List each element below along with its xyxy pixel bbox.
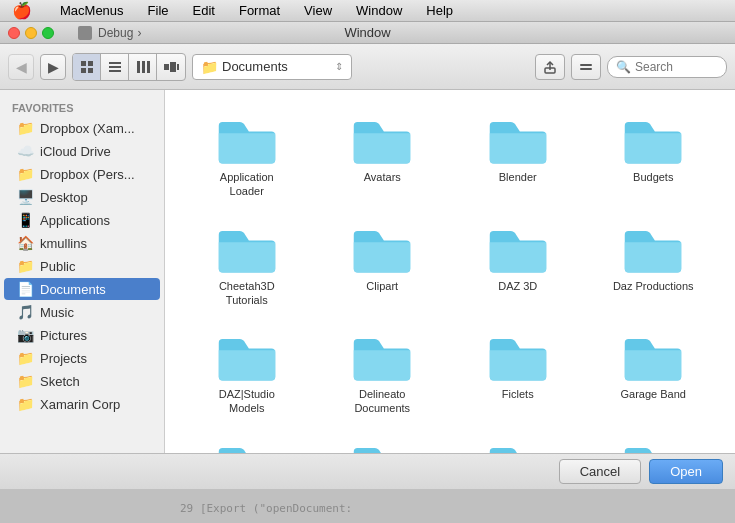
file-item-avatars[interactable]: Avatars [317,106,449,205]
search-box[interactable]: 🔍 [607,56,727,78]
file-item-14[interactable] [317,432,449,453]
sidebar-item-label: Public [40,259,75,274]
sidebar-item-dropbox-pers[interactable]: 📁 Dropbox (Pers... [4,163,160,185]
svg-rect-14 [545,68,555,73]
svg-rect-5 [109,66,121,68]
sidebar-item-dropbox-xam[interactable]: 📁 Dropbox (Xam... [4,117,160,139]
file-item-delineato[interactable]: Delineato Documents [317,323,449,422]
sidebar-item-documents[interactable]: 📄 Documents [4,278,160,300]
file-item-blender[interactable]: Blender [452,106,584,205]
folder-icon: 📁 [201,59,218,75]
open-button[interactable]: Open [649,459,723,484]
share-button[interactable] [535,54,565,80]
file-item-13[interactable] [181,432,313,453]
svg-rect-2 [81,68,86,73]
action-button[interactable] [571,54,601,80]
sidebar-item-label: Desktop [40,190,88,205]
sidebar-item-public[interactable]: 📁 Public [4,255,160,277]
debug-label: Debug [98,26,133,40]
svg-rect-3 [88,68,93,73]
list-view-button[interactable] [101,54,129,80]
path-arrows: ⇕ [335,61,343,72]
applications-icon: 📱 [16,212,34,228]
folder-icon: 📁 [16,166,34,182]
sidebar-item-xamarin[interactable]: 📁 Xamarin Corp [4,393,160,415]
file-item-daz3d[interactable]: DAZ 3D [452,215,584,314]
sidebar-item-applications[interactable]: 📱 Applications [4,209,160,231]
sidebar-item-sketch[interactable]: 📁 Sketch [4,370,160,392]
menu-format[interactable]: Format [235,3,284,18]
svg-rect-9 [147,61,150,73]
search-icon: 🔍 [616,60,631,74]
window-title-bar: Debug › Window [0,22,735,44]
sidebar-item-desktop[interactable]: 🖥️ Desktop [4,186,160,208]
column-view-button[interactable] [129,54,157,80]
file-label: Cheetah3D Tutorials [219,279,275,308]
status-text: 29 [Export ("openDocument: [180,502,352,515]
close-button[interactable] [8,27,20,39]
documents-icon: 📄 [16,281,34,297]
traffic-lights [8,27,54,39]
file-item-application-loader[interactable]: Application Loader [181,106,313,205]
cover-flow-button[interactable] [157,54,185,80]
bottom-bar: 29 [Export ("openDocument: Cancel Open [0,453,735,489]
sidebar-section-favorites: Favorites [0,98,164,116]
file-item-daz-studio[interactable]: DAZ|Studio Models [181,323,313,422]
music-icon: 🎵 [16,304,34,320]
menu-window[interactable]: Window [352,3,406,18]
current-path: Documents [222,59,331,74]
sidebar-item-music[interactable]: 🎵 Music [4,301,160,323]
svg-rect-8 [142,61,145,73]
menu-edit[interactable]: Edit [189,3,219,18]
folder-icon: 📁 [16,350,34,366]
apple-menu[interactable]: 🍎 [8,1,36,20]
sidebar-item-kmullins[interactable]: 🏠 kmullins [4,232,160,254]
file-label: Application Loader [202,170,292,199]
maximize-button[interactable] [42,27,54,39]
folder-icon: 📁 [16,373,34,389]
svg-rect-1 [88,61,93,66]
file-item-ficlets[interactable]: Ficlets [452,323,584,422]
file-item-cheetah3d[interactable]: Cheetah3D Tutorials [181,215,313,314]
menu-view[interactable]: View [300,3,336,18]
file-label: Ficlets [502,387,534,401]
sidebar-item-pictures[interactable]: 📷 Pictures [4,324,160,346]
breadcrumb: Debug › [98,26,141,40]
file-item-clipart[interactable]: Clipart [317,215,449,314]
folder-icon: 📁 [16,120,34,136]
svg-rect-7 [137,61,140,73]
file-item-16[interactable] [588,432,720,453]
minimize-button[interactable] [25,27,37,39]
menu-help[interactable]: Help [422,3,457,18]
back-button[interactable]: ◀ [8,54,34,80]
cancel-button[interactable]: Cancel [559,459,641,484]
sidebar-item-label: Music [40,305,74,320]
home-icon: 🏠 [16,235,34,251]
file-item-daz-productions[interactable]: Daz Productions [588,215,720,314]
search-input[interactable] [635,60,715,74]
svg-rect-11 [170,62,176,72]
pictures-icon: 📷 [16,327,34,343]
sidebar-item-label: Applications [40,213,110,228]
sidebar-item-label: Pictures [40,328,87,343]
menu-file[interactable]: File [144,3,173,18]
forward-button[interactable]: ▶ [40,54,66,80]
file-label: Blender [499,170,537,184]
file-item-garage-band[interactable]: Garage Band [588,323,720,422]
folder-icon: 📁 [16,258,34,274]
sidebar-item-projects[interactable]: 📁 Projects [4,347,160,369]
sidebar-item-label: Projects [40,351,87,366]
file-item-15[interactable] [452,432,584,453]
stop-button[interactable] [78,26,92,40]
file-item-budgets[interactable]: Budgets [588,106,720,205]
svg-rect-4 [109,62,121,64]
icon-view-button[interactable] [73,54,101,80]
svg-rect-0 [81,61,86,66]
sidebar-item-label: iCloud Drive [40,144,111,159]
path-selector[interactable]: 📁 Documents ⇕ [192,54,352,80]
breadcrumb-sep: › [137,26,141,40]
main-area: Favorites 📁 Dropbox (Xam... ☁️ iCloud Dr… [0,90,735,453]
menu-macmenus[interactable]: MacMenus [56,3,128,18]
sidebar-item-icloud[interactable]: ☁️ iCloud Drive [4,140,160,162]
sidebar: Favorites 📁 Dropbox (Xam... ☁️ iCloud Dr… [0,90,165,453]
